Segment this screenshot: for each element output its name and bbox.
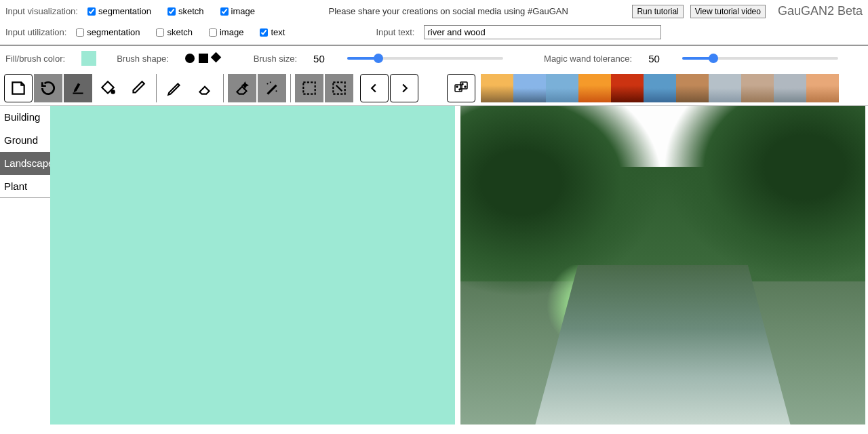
shape-square-icon[interactable] (199, 54, 208, 63)
svg-point-3 (275, 90, 277, 92)
separator (290, 74, 291, 102)
run-tutorial-button[interactable]: Run tutorial (632, 5, 683, 18)
app-title: GauGAN2 Beta (778, 4, 863, 18)
tool-arrow-left-icon[interactable] (360, 74, 389, 102)
svg-point-2 (267, 83, 268, 84)
chk-label: sketch (167, 27, 193, 37)
chk-image-vis[interactable]: image (220, 6, 255, 16)
style-thumb[interactable] (741, 74, 774, 102)
chk-sketch-util-input[interactable] (156, 28, 164, 37)
svg-point-9 (456, 86, 458, 87)
tool-eraser-icon[interactable] (191, 74, 219, 102)
chk-sketch-util[interactable]: sketch (156, 27, 193, 37)
category-building[interactable]: Building (0, 106, 50, 129)
chk-text-util[interactable]: text (260, 27, 285, 37)
svg-rect-5 (303, 82, 315, 94)
tool-new-icon[interactable] (4, 74, 33, 102)
tool-eyedropper-icon[interactable] (123, 74, 152, 102)
promo-text: Please share your creations on social me… (271, 6, 625, 16)
chk-label: segmentation (87, 27, 140, 37)
chk-segmentation-vis[interactable]: segmentation (87, 6, 151, 16)
chk-label: image (231, 6, 255, 16)
tool-magic-wand-icon[interactable] (258, 74, 286, 102)
tool-pencil-icon[interactable] (161, 74, 189, 102)
svg-point-11 (462, 83, 463, 85)
segmentation-canvas[interactable] (50, 106, 455, 425)
style-thumb[interactable] (806, 74, 839, 102)
tool-fill-icon[interactable] (94, 74, 122, 102)
brush-size-label: Brush size: (254, 54, 297, 64)
separator (156, 74, 157, 102)
main-area: Building Ground Landscape Plant (0, 106, 868, 425)
style-thumb[interactable] (481, 74, 513, 102)
category-sidebar: Building Ground Landscape Plant (0, 106, 50, 425)
tool-arrow-right-icon[interactable] (390, 74, 418, 102)
chk-seg-util-input[interactable] (76, 28, 84, 37)
style-thumb[interactable] (644, 74, 676, 102)
brush-size-value: 50 (313, 53, 334, 64)
svg-rect-0 (73, 93, 83, 94)
wand-tolerance-value: 50 (648, 53, 669, 64)
chk-label: segmentation (98, 6, 151, 16)
chk-segmentation-vis-input[interactable] (87, 7, 96, 16)
tool-smart-eraser-icon[interactable] (228, 74, 256, 102)
tool-select-icon[interactable] (295, 74, 323, 102)
svg-point-4 (270, 81, 271, 83)
color-swatch[interactable] (81, 51, 96, 66)
style-thumbnails (481, 74, 839, 102)
style-thumb[interactable] (676, 74, 709, 102)
svg-point-1 (111, 90, 114, 93)
svg-point-10 (459, 89, 460, 90)
style-thumb[interactable] (546, 74, 578, 102)
settings-row: Fill/brush color: Brush shape: Brush siz… (0, 45, 868, 71)
separator (223, 74, 224, 102)
chk-segmentation-util[interactable]: segmentation (76, 27, 140, 37)
style-thumb[interactable] (611, 74, 644, 102)
tool-brush-icon[interactable] (64, 74, 92, 102)
category-ground[interactable]: Ground (0, 129, 50, 152)
input-text-field[interactable] (424, 25, 661, 39)
category-plant[interactable]: Plant (0, 175, 50, 198)
row-utilization: Input utilization: segmentation sketch i… (0, 22, 868, 45)
brush-size-slider[interactable] (347, 57, 503, 60)
tool-crop-icon[interactable] (325, 74, 353, 102)
chk-sketch-vis-input[interactable] (167, 7, 176, 16)
toolbar-row (0, 71, 868, 106)
output-image (460, 106, 865, 425)
chk-image-vis-input[interactable] (220, 7, 229, 16)
fill-color-label: Fill/brush color: (5, 54, 65, 64)
chk-image-util[interactable]: image (209, 27, 243, 37)
brush-shape-label: Brush shape: (117, 54, 169, 64)
view-tutorial-video-button[interactable]: View tutorial video (690, 5, 766, 18)
category-landscape[interactable]: Landscape (0, 152, 50, 175)
input-text-label: Input text: (376, 27, 414, 37)
style-thumb[interactable] (513, 74, 546, 102)
wand-tolerance-label: Magic wand tolerance: (544, 54, 632, 64)
svg-point-12 (465, 86, 466, 87)
chk-image-util-input[interactable] (209, 28, 217, 37)
tool-dice-icon[interactable] (447, 74, 475, 102)
tool-undo-icon[interactable] (34, 74, 62, 102)
brush-shape-group (185, 54, 220, 63)
shape-diamond-icon[interactable] (210, 52, 221, 63)
top-row: Input visualization: segmentation sketch… (0, 0, 868, 22)
style-thumb[interactable] (774, 74, 806, 102)
util-label: Input utilization: (5, 27, 66, 37)
chk-label: text (271, 27, 285, 37)
chk-text-util-input[interactable] (260, 28, 268, 37)
chk-sketch-vis[interactable]: sketch (167, 6, 204, 16)
chk-label: sketch (178, 6, 204, 16)
style-thumb[interactable] (709, 74, 741, 102)
canvas-area (50, 106, 868, 425)
chk-label: image (220, 27, 243, 37)
wand-tolerance-slider[interactable] (682, 57, 838, 60)
vis-label: Input visualization: (5, 6, 78, 16)
shape-circle-icon[interactable] (185, 54, 195, 63)
style-thumb[interactable] (578, 74, 611, 102)
